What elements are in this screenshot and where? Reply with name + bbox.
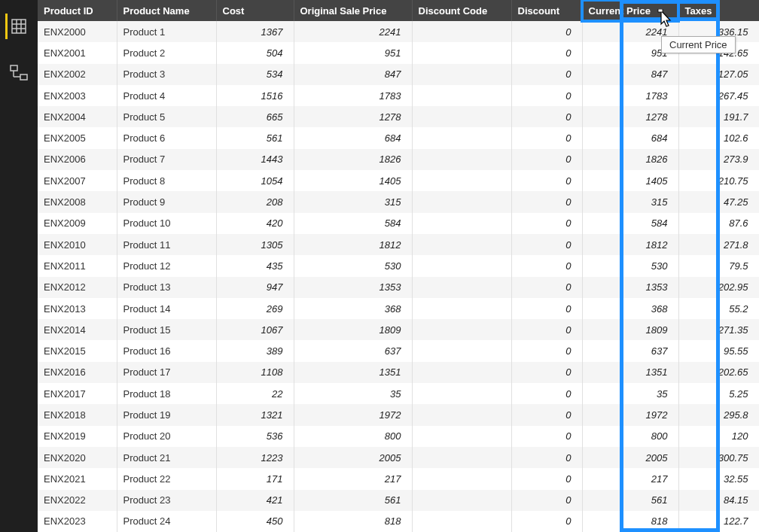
cell-taxes[interactable]: 210.75	[678, 170, 759, 191]
table-row[interactable]: ENX2001Product 25049510951142.65	[38, 42, 759, 63]
cell-product-name[interactable]: Product 20	[117, 426, 216, 447]
col-header-discount-code[interactable]: Discount Code	[412, 0, 511, 21]
cell-product-id[interactable]: ENX2015	[38, 340, 117, 361]
cell-original-sale-price[interactable]: 2241	[294, 21, 412, 42]
cell-cost[interactable]: 561	[216, 127, 294, 148]
cell-cost[interactable]: 450	[216, 511, 294, 532]
cell-discount[interactable]: 0	[511, 127, 582, 148]
cell-product-id[interactable]: ENX2000	[38, 21, 117, 42]
cell-product-name[interactable]: Product 21	[117, 447, 216, 468]
cell-original-sale-price[interactable]: 2005	[294, 447, 412, 468]
cell-original-sale-price[interactable]: 1972	[294, 404, 412, 425]
cell-product-id[interactable]: ENX2002	[38, 64, 117, 85]
table-row[interactable]: ENX2017Product 1822350355.25	[38, 383, 759, 404]
cell-taxes[interactable]: 32.55	[678, 468, 759, 489]
cell-original-sale-price[interactable]: 530	[294, 255, 412, 276]
table-row[interactable]: ENX2008Product 9208315031547.25	[38, 191, 759, 212]
cell-discount[interactable]: 0	[511, 170, 582, 191]
cell-original-sale-price[interactable]: 561	[294, 490, 412, 511]
cell-discount-code[interactable]	[412, 404, 511, 425]
cell-discount[interactable]: 0	[511, 213, 582, 234]
cell-original-sale-price[interactable]: 847	[294, 64, 412, 85]
cell-original-sale-price[interactable]: 1826	[294, 149, 412, 170]
cell-product-id[interactable]: ENX2017	[38, 383, 117, 404]
cell-product-id[interactable]: ENX2019	[38, 426, 117, 447]
cell-discount-code[interactable]	[412, 340, 511, 361]
cell-discount-code[interactable]	[412, 319, 511, 340]
cell-taxes[interactable]: 127.05	[678, 64, 759, 85]
cell-discount[interactable]: 0	[511, 21, 582, 42]
cell-cost[interactable]: 504	[216, 42, 294, 63]
cell-taxes[interactable]: 300.75	[678, 447, 759, 468]
cell-original-sale-price[interactable]: 1809	[294, 319, 412, 340]
cell-taxes[interactable]: 273.9	[678, 149, 759, 170]
cell-cost[interactable]: 1054	[216, 170, 294, 191]
col-header-taxes[interactable]: Taxes	[678, 0, 759, 21]
col-header-original-sale-price[interactable]: Original Sale Price	[294, 0, 412, 21]
cell-product-id[interactable]: ENX2007	[38, 170, 117, 191]
cell-product-name[interactable]: Product 13	[117, 277, 216, 298]
table-row[interactable]: ENX2015Product 16389637063795.55	[38, 340, 759, 361]
cell-taxes[interactable]: 47.25	[678, 191, 759, 212]
cell-product-id[interactable]: ENX2001	[38, 42, 117, 63]
cell-taxes[interactable]: 95.55	[678, 340, 759, 361]
cell-product-id[interactable]: ENX2016	[38, 362, 117, 383]
cell-current-price[interactable]: 584	[582, 213, 678, 234]
cell-product-id[interactable]: ENX2009	[38, 213, 117, 234]
cell-discount-code[interactable]	[412, 277, 511, 298]
cell-product-name[interactable]: Product 6	[117, 127, 216, 148]
cell-cost[interactable]: 269	[216, 298, 294, 319]
cell-original-sale-price[interactable]: 800	[294, 426, 412, 447]
cell-taxes[interactable]: 271.8	[678, 234, 759, 255]
cell-current-price[interactable]: 1783	[582, 85, 678, 106]
cell-product-id[interactable]: ENX2004	[38, 106, 117, 127]
table-row[interactable]: ENX2019Product 205368000800120	[38, 426, 759, 447]
cell-original-sale-price[interactable]: 637	[294, 340, 412, 361]
cell-discount-code[interactable]	[412, 511, 511, 532]
cell-taxes[interactable]: 122.7	[678, 511, 759, 532]
data-table[interactable]: Product ID Product Name Cost Original Sa…	[38, 0, 759, 532]
cell-product-id[interactable]: ENX2020	[38, 447, 117, 468]
cell-current-price[interactable]: 637	[582, 340, 678, 361]
cell-product-name[interactable]: Product 19	[117, 404, 216, 425]
cell-current-price[interactable]: 1405	[582, 170, 678, 191]
cell-discount-code[interactable]	[412, 298, 511, 319]
cell-discount[interactable]: 0	[511, 298, 582, 319]
cell-original-sale-price[interactable]: 1405	[294, 170, 412, 191]
cell-discount[interactable]: 0	[511, 85, 582, 106]
cell-original-sale-price[interactable]: 217	[294, 468, 412, 489]
cell-product-id[interactable]: ENX2005	[38, 127, 117, 148]
cell-discount-code[interactable]	[412, 42, 511, 63]
cell-product-id[interactable]: ENX2008	[38, 191, 117, 212]
cell-discount-code[interactable]	[412, 85, 511, 106]
cell-current-price[interactable]: 818	[582, 511, 678, 532]
cell-product-name[interactable]: Product 23	[117, 490, 216, 511]
cell-discount-code[interactable]	[412, 490, 511, 511]
cell-discount[interactable]: 0	[511, 64, 582, 85]
cell-current-price[interactable]: 847	[582, 64, 678, 85]
cell-current-price[interactable]: 1812	[582, 234, 678, 255]
cell-discount-code[interactable]	[412, 64, 511, 85]
cell-discount[interactable]: 0	[511, 362, 582, 383]
table-row[interactable]: ENX2021Product 22171217021732.55	[38, 468, 759, 489]
cell-discount[interactable]: 0	[511, 383, 582, 404]
cell-discount-code[interactable]	[412, 106, 511, 127]
cell-product-id[interactable]: ENX2003	[38, 85, 117, 106]
cell-discount-code[interactable]	[412, 383, 511, 404]
cell-product-id[interactable]: ENX2006	[38, 149, 117, 170]
cell-product-name[interactable]: Product 11	[117, 234, 216, 255]
cell-current-price[interactable]: 35	[582, 383, 678, 404]
col-header-current-price[interactable]: Current Price	[582, 0, 678, 21]
cell-taxes[interactable]: 267.45	[678, 85, 759, 106]
cell-product-name[interactable]: Product 17	[117, 362, 216, 383]
cell-cost[interactable]: 1223	[216, 447, 294, 468]
cell-product-name[interactable]: Product 15	[117, 319, 216, 340]
table-row[interactable]: ENX2022Product 23421561056184.15	[38, 490, 759, 511]
cell-discount-code[interactable]	[412, 426, 511, 447]
cell-taxes[interactable]: 55.2	[678, 298, 759, 319]
cell-product-name[interactable]: Product 2	[117, 42, 216, 63]
cell-original-sale-price[interactable]: 1783	[294, 85, 412, 106]
cell-product-name[interactable]: Product 8	[117, 170, 216, 191]
cell-original-sale-price[interactable]: 1812	[294, 234, 412, 255]
cell-taxes[interactable]: 202.65	[678, 362, 759, 383]
